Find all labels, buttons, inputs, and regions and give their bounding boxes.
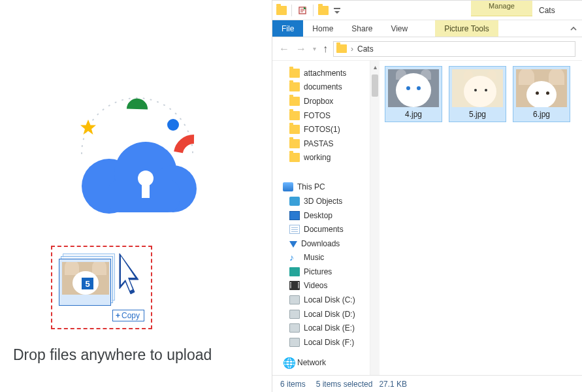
file-name: 5.jpg (469, 110, 486, 119)
file-thumbnail (388, 69, 439, 107)
desktop-icon (289, 211, 300, 220)
contextual-tab-header: Manage (471, 1, 532, 16)
nav-recent-dropdown-icon[interactable]: ▾ (313, 46, 316, 52)
nav-pc-item[interactable]: Local Disk (D:) (280, 307, 370, 321)
file-thumbnail (452, 69, 503, 107)
tab-picture-tools[interactable]: Picture Tools (435, 20, 498, 37)
qat-properties-icon[interactable] (297, 5, 308, 16)
drag-count-badge: 5 (80, 276, 95, 291)
file-item[interactable]: 4.jpg (385, 66, 442, 122)
nav-item-label: FOTOS(1) (304, 125, 340, 134)
tab-home[interactable]: Home (303, 20, 342, 37)
docs-icon (289, 225, 300, 234)
nav-scrollbar[interactable]: ▴ (370, 61, 380, 375)
nav-pc-item[interactable]: Pictures (280, 265, 370, 279)
address-bar[interactable]: › Cats (333, 41, 575, 57)
disk-icon (289, 310, 300, 319)
disk-icon (289, 295, 300, 304)
svg-marker-0 (80, 120, 96, 135)
tab-view[interactable]: View (381, 20, 417, 37)
nav-item-label: Desktop (304, 211, 332, 220)
pics-icon (289, 267, 300, 276)
scroll-thumb[interactable] (372, 74, 378, 97)
nav-forward-icon[interactable]: → (296, 44, 306, 54)
chevron-right-icon: › (351, 44, 353, 54)
nav-item-label: Documents (304, 225, 344, 234)
folder-icon (318, 6, 329, 15)
nav-item-label: Pictures (304, 267, 332, 276)
qat-dropdown-icon[interactable] (331, 5, 343, 16)
nav-up-icon[interactable]: ↑ (323, 44, 328, 54)
nav-folder-item[interactable]: FOTOS(1) (280, 122, 370, 137)
nav-item-label: Local Disk (E:) (304, 323, 355, 333)
svg-rect-11 (334, 8, 340, 9)
nav-pc-item[interactable]: Downloads (280, 237, 370, 251)
nav-item-label: Local Disk (D:) (304, 310, 355, 319)
breadcrumb[interactable]: Cats (357, 44, 374, 54)
nav-folder-item[interactable]: FOTOS (280, 108, 370, 123)
nav-pc-item[interactable]: Local Disk (F:) (280, 335, 370, 350)
folder-icon (289, 97, 300, 106)
pc-icon (283, 182, 293, 191)
drag-preview-overlay: 5 + Copy (51, 246, 152, 329)
tab-file[interactable]: File (272, 20, 303, 37)
tab-share[interactable]: Share (342, 20, 381, 37)
folder-icon (276, 6, 287, 15)
nav-item-label: Downloads (301, 239, 340, 248)
nav-pc-item[interactable]: 3D Objects (280, 194, 370, 208)
status-bar: 6 items 5 items selected 27.1 KB (272, 375, 582, 392)
nav-item-label: FOTOS (304, 111, 331, 120)
nav-pc-item[interactable]: Local Disk (E:) (280, 321, 370, 335)
folder-icon (289, 69, 300, 78)
nav-this-pc[interactable]: This PC (280, 180, 370, 195)
window-title: Cats (539, 6, 555, 15)
nav-item-label: Local Disk (F:) (304, 338, 354, 347)
file-list[interactable]: 4.jpg5.jpg6.jpg (380, 61, 582, 375)
navigation-bar: ← → ▾ ↑ › Cats (272, 37, 582, 61)
file-item[interactable]: 6.jpg (513, 66, 570, 122)
vids-icon (289, 281, 300, 290)
upload-caption: Drop files anywhere to upload (13, 346, 255, 364)
upload-target[interactable]: 5 + Copy Drop files anywhere to upload (0, 0, 268, 392)
cloud-upload-illustration (69, 101, 206, 219)
navigation-tree[interactable]: attachmentsdocumentsDropboxFOTOSFOTOS(1)… (272, 61, 370, 375)
svg-point-1 (167, 119, 179, 131)
nav-item-label: working (304, 153, 331, 162)
obj3d-icon (289, 197, 300, 206)
svg-rect-7 (142, 181, 150, 198)
file-explorer-window: Manage Cats File Home Share View Picture… (272, 0, 582, 392)
nav-item-label: Local Disk (C:) (304, 295, 355, 304)
nav-pc-item[interactable]: Local Disk (C:) (280, 293, 370, 307)
ribbon-tabs: File Home Share View Picture Tools (272, 20, 582, 37)
ribbon-collapse-icon[interactable] (565, 20, 582, 37)
nav-item-label: attachments (304, 69, 346, 78)
folder-icon (289, 111, 300, 120)
drag-copy-hint: + Copy (112, 310, 144, 321)
scroll-up-icon[interactable]: ▴ (374, 63, 377, 71)
nav-back-icon[interactable]: ← (279, 44, 289, 54)
folder-icon (289, 82, 300, 91)
folder-icon (289, 139, 300, 148)
nav-pc-item[interactable]: Desktop (280, 208, 370, 223)
nav-item-label: documents (304, 82, 342, 91)
nav-pc-item[interactable]: ♪Music (280, 250, 370, 265)
nav-folder-item[interactable]: attachments (280, 66, 370, 80)
nav-item-label: PASTAS (304, 139, 334, 148)
nav-folder-item[interactable]: Dropbox (280, 94, 370, 108)
status-item-count: 6 items (280, 380, 306, 389)
nav-pc-item[interactable]: Documents (280, 222, 370, 237)
nav-folder-item[interactable]: PASTAS (280, 137, 370, 151)
nav-network[interactable]: 🌐Network (280, 356, 370, 370)
nav-folder-item[interactable]: documents (280, 80, 370, 95)
quick-access-toolbar (272, 5, 343, 16)
nav-folder-item[interactable]: working (280, 150, 370, 165)
file-item[interactable]: 5.jpg (449, 66, 506, 122)
disk-icon (289, 323, 300, 333)
status-selection-count: 5 items selected (316, 380, 373, 389)
folder-icon (289, 153, 300, 162)
file-thumbnail (516, 69, 567, 107)
cursor-arrow-icon (116, 253, 142, 298)
nav-item-label: This PC (297, 182, 325, 191)
nav-pc-item[interactable]: Videos (280, 279, 370, 293)
nav-item-label: Dropbox (304, 97, 333, 106)
